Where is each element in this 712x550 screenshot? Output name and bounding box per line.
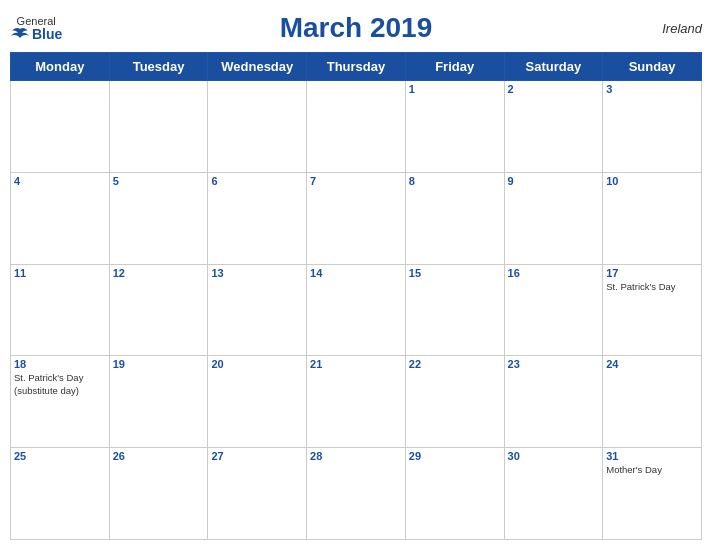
week-row-1: 123 [11,81,702,173]
calendar-cell-empty [307,81,406,173]
event-text: Mother's Day [606,464,698,476]
calendar-cell-30: 30 [504,448,603,540]
week-row-4: 18St. Patrick's Day (substitute day)1920… [11,356,702,448]
day-number: 7 [310,175,402,187]
day-number: 24 [606,358,698,370]
calendar-cell-7: 7 [307,172,406,264]
day-number: 11 [14,267,106,279]
day-number: 2 [508,83,600,95]
weekday-header-row: Monday Tuesday Wednesday Thursday Friday… [11,53,702,81]
header-monday: Monday [11,53,110,81]
calendar-cell-22: 22 [405,356,504,448]
calendar-cell-17: 17St. Patrick's Day [603,264,702,356]
day-number: 31 [606,450,698,462]
calendar-table: Monday Tuesday Wednesday Thursday Friday… [10,52,702,540]
calendar-cell-13: 13 [208,264,307,356]
calendar-cell-31: 31Mother's Day [603,448,702,540]
day-number: 30 [508,450,600,462]
day-number: 18 [14,358,106,370]
day-number: 9 [508,175,600,187]
day-number: 10 [606,175,698,187]
day-number: 8 [409,175,501,187]
day-number: 29 [409,450,501,462]
logo-blue-text: Blue [32,27,62,41]
header-wednesday: Wednesday [208,53,307,81]
calendar-cell-27: 27 [208,448,307,540]
calendar-cell-25: 25 [11,448,110,540]
calendar-cell-4: 4 [11,172,110,264]
event-text: St. Patrick's Day [606,281,698,293]
header-friday: Friday [405,53,504,81]
calendar-cell-6: 6 [208,172,307,264]
day-number: 25 [14,450,106,462]
calendar-cell-14: 14 [307,264,406,356]
day-number: 12 [113,267,205,279]
calendar-cell-10: 10 [603,172,702,264]
calendar-cell-24: 24 [603,356,702,448]
calendar-cell-20: 20 [208,356,307,448]
day-number: 23 [508,358,600,370]
calendar-cell-5: 5 [109,172,208,264]
day-number: 20 [211,358,303,370]
calendar-cell-23: 23 [504,356,603,448]
calendar-cell-3: 3 [603,81,702,173]
day-number: 13 [211,267,303,279]
day-number: 1 [409,83,501,95]
week-row-2: 45678910 [11,172,702,264]
day-number: 15 [409,267,501,279]
calendar-cell-empty [109,81,208,173]
calendar-cell-empty [11,81,110,173]
day-number: 14 [310,267,402,279]
day-number: 17 [606,267,698,279]
day-number: 21 [310,358,402,370]
calendar-cell-15: 15 [405,264,504,356]
day-number: 6 [211,175,303,187]
day-number: 19 [113,358,205,370]
calendar-cell-18: 18St. Patrick's Day (substitute day) [11,356,110,448]
day-number: 27 [211,450,303,462]
logo-general-text: General [17,16,56,27]
event-text: St. Patrick's Day (substitute day) [14,372,106,397]
calendar-cell-9: 9 [504,172,603,264]
calendar-cell-12: 12 [109,264,208,356]
header-sunday: Sunday [603,53,702,81]
week-row-3: 11121314151617St. Patrick's Day [11,264,702,356]
logo-bird-icon [10,27,30,41]
calendar-cell-28: 28 [307,448,406,540]
calendar-cell-16: 16 [504,264,603,356]
week-row-5: 25262728293031Mother's Day [11,448,702,540]
calendar-country: Ireland [662,21,702,36]
day-number: 16 [508,267,600,279]
header-saturday: Saturday [504,53,603,81]
day-number: 4 [14,175,106,187]
calendar-cell-1: 1 [405,81,504,173]
calendar-cell-empty [208,81,307,173]
calendar-cell-21: 21 [307,356,406,448]
calendar-title: March 2019 [280,12,433,44]
calendar-cell-26: 26 [109,448,208,540]
day-number: 28 [310,450,402,462]
day-number: 3 [606,83,698,95]
calendar-cell-2: 2 [504,81,603,173]
day-number: 26 [113,450,205,462]
day-number: 5 [113,175,205,187]
calendar-cell-8: 8 [405,172,504,264]
calendar-cell-11: 11 [11,264,110,356]
logo: General Blue [10,16,62,41]
header-tuesday: Tuesday [109,53,208,81]
header-thursday: Thursday [307,53,406,81]
day-number: 22 [409,358,501,370]
calendar-cell-29: 29 [405,448,504,540]
calendar-wrapper: General Blue March 2019 Ireland Monday T… [0,0,712,550]
calendar-header: General Blue March 2019 Ireland [10,8,702,48]
calendar-cell-19: 19 [109,356,208,448]
